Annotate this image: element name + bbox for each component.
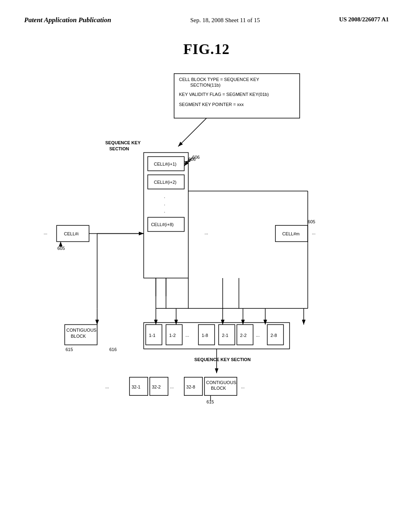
ref-605-left: 605 [57,246,65,251]
cell-i1-label: CELL#(i+1) [154,162,176,166]
diagram-area: CELL BLOCK TYPE = SEQUENCE KEY SECTION(1… [24,60,389,516]
seq-key-section-label: SEQUENCE KEY [105,140,141,145]
arrow-info-to-section [178,118,206,146]
dots-right: ··· [312,231,315,236]
ref-615-bottom: 615 [206,399,214,404]
block-11-label: 1-1 [149,333,155,338]
block-12-label: 1-2 [169,333,176,338]
seq-key-section-bottom-label: SEQUENCE KEY SECTION [194,357,251,362]
header-left-label: Patent Application Publication [24,16,111,24]
page: Patent Application Publication Sep. 18, … [0,0,413,532]
dots-12-18: ··· [186,334,189,339]
contiguous-label-bottom1: CONTIGUOUS [206,380,236,385]
cell-i8-label: CELL#(i+8) [151,222,173,227]
dots-middle2: · [164,202,165,207]
diagram-svg: CELL BLOCK TYPE = SEQUENCE KEY SECTION(1… [24,60,389,516]
contiguous-label-left2: BLOCK [71,334,86,339]
dots-middle3: · [164,210,165,214]
info-line4: SEGMENT KEY POINTER = xxx [179,102,244,107]
cell-i-label: CELL#i [64,231,78,236]
cell-m-label: CELL#m [282,231,300,236]
contiguous-label-left1: CONTIGUOUS [66,328,96,332]
block-18-label: 1-8 [202,333,208,338]
dots-left: ··· [44,231,47,236]
info-line3: KEY VALIDITY FLAG = SEGMENT KEY(01b) [179,92,269,97]
header: Patent Application Publication Sep. 18, … [0,0,413,29]
block-322-label: 32-2 [152,384,161,389]
block-321-label: 32-1 [131,384,140,389]
block-21-label: 2-1 [222,333,228,338]
seq-key-section-label2: SECTION [109,146,129,151]
block-28-label: 2-8 [271,333,277,338]
ref-615-left: 615 [65,347,73,352]
ref-606-text: 606 [192,155,200,160]
info-line2: SECTION(11b) [190,83,221,87]
dots-middle: · [164,195,165,200]
info-line1: CELL BLOCK TYPE = SEQUENCE KEY [179,77,260,82]
block-328-label: 32-8 [186,384,195,389]
seq-key-section-box [144,153,188,278]
cell-i2-label: CELL#(i+2) [154,180,176,185]
figure-title: FIG.12 [0,41,413,58]
dots-right-bottom: ··· [241,385,244,390]
block-22-label: 2-2 [240,333,246,338]
ref-616: 616 [109,347,117,352]
ref-605-right: 605 [308,219,315,224]
header-right-label: US 2008/226077 A1 [339,16,389,23]
dots-left-bottom: ··· [105,385,109,390]
dots-center: ··· [204,231,208,236]
contiguous-label-bottom2: BLOCK [211,386,226,391]
dots-32-middle: ··· [170,385,174,390]
dots-22-28: ··· [256,334,260,339]
header-center-label: Sep. 18, 2008 Sheet 11 of 15 [190,16,260,25]
